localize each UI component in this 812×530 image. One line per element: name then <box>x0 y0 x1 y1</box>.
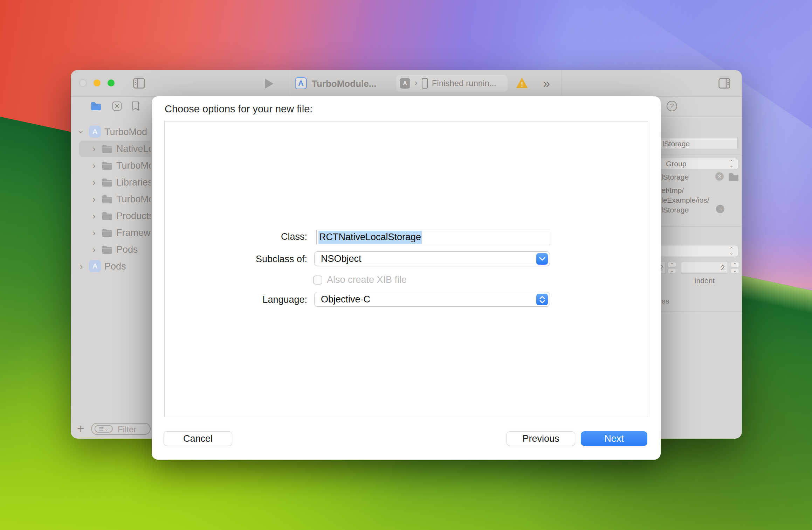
disclosure-chevron-icon[interactable]: › <box>92 144 96 153</box>
overflow-chevrons-icon[interactable]: » <box>543 76 550 91</box>
new-file-options-dialog: Choose options for your new file: Class:… <box>152 96 661 460</box>
tree-row[interactable]: › TurboMo <box>71 157 151 174</box>
disclosure-chevron-icon[interactable]: › <box>92 178 96 187</box>
xcode-project-icon[interactable]: A <box>295 77 307 89</box>
filter-field[interactable]: ⌄ Filter <box>91 423 151 435</box>
full-path-line: leExample/ios/ <box>661 196 709 204</box>
toggle-left-sidebar-icon[interactable] <box>133 78 145 89</box>
tree-row-label: Products <box>116 211 151 222</box>
project-title[interactable]: TurboModule... <box>312 78 376 89</box>
combobox-chevron-button[interactable] <box>536 253 548 265</box>
clear-location-icon[interactable]: ✕ <box>715 172 724 181</box>
text-settings-popup[interactable] <box>649 245 738 257</box>
indent-width-field[interactable]: 2 <box>681 262 728 274</box>
inspector-name-value: lStorage <box>662 140 690 148</box>
full-path-line: ef/tmp/ <box>661 186 684 195</box>
chevron-down-icon <box>539 257 545 261</box>
language-label: Language: <box>152 294 307 305</box>
close-button[interactable] <box>80 79 87 86</box>
project-file-icon: A <box>89 126 101 138</box>
tree-row[interactable]: › TurboMo <box>71 191 151 208</box>
language-value: Objective-C <box>321 294 370 305</box>
popup-updown-icon: ⌃⌄ <box>729 247 734 255</box>
folder-icon <box>102 228 113 237</box>
tree-row[interactable]: › Products <box>71 208 151 224</box>
project-file-icon: A <box>89 260 101 272</box>
navigator-filter-bar: + ⌄ Filter <box>71 422 151 436</box>
folder-icon <box>102 178 113 187</box>
tree-row-label: TurboMo <box>116 160 151 171</box>
popup-updown-icon: ⌃⌄ <box>729 160 734 168</box>
inspector-name-field[interactable]: lStorage <box>649 138 738 150</box>
filter-icon[interactable]: ⌄ <box>95 425 113 433</box>
inspector-divider <box>661 117 742 117</box>
xib-checkbox[interactable] <box>313 276 322 285</box>
tree-row-label: Libraries <box>116 177 151 188</box>
tree-row-project[interactable]: › A TurboMod <box>71 124 151 140</box>
selected-text: RCTNativeLocalStorage <box>318 231 422 244</box>
full-path-line: lStorage <box>661 206 689 214</box>
tree-row-label: NativeLo <box>116 144 151 154</box>
activity-view[interactable]: A › Finished runnin... <box>396 75 508 92</box>
tree-row-pods-project[interactable]: › A Pods <box>71 258 151 275</box>
toolbar-divider <box>561 70 562 97</box>
disclosure-chevron-icon[interactable]: › <box>92 245 96 254</box>
popup-updown-button[interactable] <box>536 294 548 305</box>
tree-row[interactable]: › Framewo <box>71 224 151 241</box>
tree-row[interactable]: › Libraries <box>71 174 151 191</box>
location-popup[interactable]: Group <box>649 158 738 170</box>
cancel-button[interactable]: Cancel <box>164 431 232 446</box>
indent-width-value: 2 <box>721 264 725 272</box>
wrap-lines-fragment: es <box>661 297 669 305</box>
indent-label: Indent <box>681 277 728 285</box>
filter-placeholder: Filter <box>118 425 136 434</box>
language-popup[interactable]: Objective-C <box>314 292 550 307</box>
toggle-right-sidebar-icon[interactable] <box>718 78 731 89</box>
help-icon[interactable]: ? <box>667 101 677 111</box>
disclosure-chevron-icon[interactable]: › <box>77 131 86 134</box>
project-navigator-tab-folder-icon[interactable] <box>90 101 102 111</box>
class-label: Class: <box>152 231 307 242</box>
next-button[interactable]: Next <box>581 431 647 446</box>
previous-button[interactable]: Previous <box>507 431 575 446</box>
disclosure-chevron-icon[interactable]: › <box>92 161 96 170</box>
subclass-label: Subclass of: <box>152 254 307 265</box>
subclass-value: NSObject <box>321 253 362 264</box>
disclosure-chevron-icon[interactable]: › <box>92 211 96 221</box>
zoom-button[interactable] <box>108 79 115 86</box>
toolbar: A TurboModule... A › Finished runnin... … <box>71 70 742 97</box>
navigator-tab-bookmark-icon[interactable] <box>131 101 140 111</box>
toolbar-divider <box>289 70 289 97</box>
inspector-divider <box>661 226 742 227</box>
navigator-tab-x-icon[interactable] <box>111 101 123 111</box>
help-glyph: ? <box>670 102 674 110</box>
tree-row-selected[interactable]: › NativeLo <box>71 140 151 157</box>
tree-row-label: TurboMo <box>116 194 151 205</box>
minimize-button[interactable] <box>94 79 101 86</box>
app-badge-icon: A <box>400 78 410 89</box>
choose-folder-icon[interactable] <box>728 173 739 182</box>
inspector-divider <box>661 154 742 154</box>
disclosure-chevron-icon[interactable]: › <box>80 262 83 271</box>
tree-row[interactable]: › Pods <box>71 241 151 258</box>
class-input[interactable]: RCTNativeLocalStorage <box>316 230 550 244</box>
tab-width-stepper[interactable]: ⌃⌄ <box>668 262 676 274</box>
run-button[interactable] <box>265 79 273 89</box>
disclosure-chevron-icon[interactable]: › <box>92 228 96 237</box>
dialog-title: Choose options for your new file: <box>165 103 312 115</box>
open-path-arrow-icon[interactable]: → <box>716 205 724 213</box>
warning-icon[interactable] <box>516 78 528 90</box>
app-badge-glyph: A <box>403 80 407 86</box>
tree-row-label: Framewo <box>116 228 151 238</box>
project-navigator-tree: › A TurboMod › NativeLo › <box>71 124 151 278</box>
indent-width-stepper[interactable]: ⌃⌄ <box>731 262 739 274</box>
add-button[interactable]: + <box>77 421 84 436</box>
filter-lines-icon <box>99 427 103 431</box>
disclosure-chevron-icon[interactable]: › <box>92 195 96 204</box>
desktop: A TurboModule... A › Finished runnin... … <box>0 0 812 530</box>
subclass-combobox[interactable]: NSObject <box>314 251 550 266</box>
project-file-icon-glyph: A <box>92 127 97 136</box>
chevron-right-icon: › <box>414 78 418 87</box>
dialog-content-panel <box>164 121 648 417</box>
folder-icon <box>102 211 113 221</box>
